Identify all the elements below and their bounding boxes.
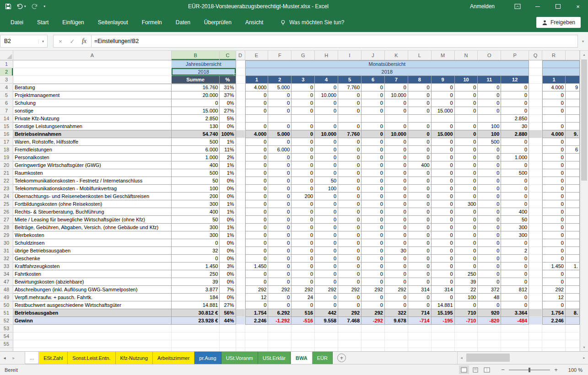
- undo-dropdown-icon[interactable]: ▾: [24, 5, 26, 8]
- cell-pct-row-30[interactable]: 0%: [220, 239, 236, 247]
- cell-spacer-d-row-16[interactable]: [236, 130, 245, 138]
- cell-empty[interactable]: [478, 340, 501, 348]
- cell-label-row-20[interactable]: Geringwertige Wirtschaftsgüter (GWG): [13, 161, 172, 169]
- cell-month-8-row-49[interactable]: 0: [408, 294, 432, 301]
- cell-month-6-row-28[interactable]: 0: [361, 224, 385, 231]
- cell-month-11-row-49[interactable]: 48: [478, 294, 501, 301]
- cell-month-1-row-24[interactable]: 0: [245, 193, 269, 200]
- cell-empty[interactable]: [385, 348, 408, 351]
- cell-month-4-row-34[interactable]: 0: [315, 270, 338, 278]
- cell-partial-row-48[interactable]: [566, 286, 580, 294]
- cell-month-9-row-17[interactable]: 0: [432, 138, 455, 146]
- cell-partial-row-25[interactable]: [566, 200, 580, 208]
- cell-month-7-row-29[interactable]: 0: [385, 231, 408, 239]
- row-header-32[interactable]: 32: [0, 255, 13, 262]
- cell-month-4-row-31[interactable]: 0: [315, 247, 338, 255]
- cell-month-8-row-23[interactable]: 0: [408, 185, 432, 193]
- cell-month-7-row-34[interactable]: 0: [385, 270, 408, 278]
- cell-month-7-row-15[interactable]: 0: [385, 123, 408, 130]
- cell-empty[interactable]: [236, 332, 245, 340]
- cell-month-7-row-50[interactable]: 0: [385, 301, 408, 309]
- cell-month-8-row-14[interactable]: [408, 115, 432, 123]
- cell-label-row-52[interactable]: Gewinn: [13, 317, 172, 325]
- cell-empty[interactable]: [361, 332, 385, 340]
- cell-month-8-row-32[interactable]: 0: [408, 255, 432, 262]
- sheet-tab-Sonst.Leist.Entn.[interactable]: Sonst.Leist.Entn.: [68, 352, 115, 364]
- cell-label-row-32[interactable]: Geschenke: [13, 255, 172, 262]
- cell-spacer-q-row-14[interactable]: [529, 115, 542, 123]
- cell-month-10-row-5[interactable]: 0: [455, 91, 478, 99]
- cell-label-row-25[interactable]: Fortbildungskosten (ohne Reisekosten): [13, 200, 172, 208]
- cell-empty[interactable]: [501, 332, 529, 340]
- cell-month-6-row-19[interactable]: 0: [361, 154, 385, 161]
- cell-empty[interactable]: [455, 325, 478, 332]
- cell-partial-row-34[interactable]: [566, 270, 580, 278]
- formula-bar-expand-icon[interactable]: ▾: [578, 39, 588, 43]
- cell-month-10-row-32[interactable]: 0: [455, 255, 478, 262]
- cell-spacer-d-row-27[interactable]: [236, 216, 245, 224]
- cell-summe-row-24[interactable]: 200: [172, 193, 220, 200]
- cell-month-3-row-26[interactable]: 0: [291, 208, 315, 216]
- cell-summe-row-5[interactable]: 20.000: [172, 91, 220, 99]
- cell-month-2-row-28[interactable]: 0: [268, 224, 291, 231]
- scroll-down-icon[interactable]: ▾: [580, 343, 588, 351]
- cell-month-4-row-14[interactable]: [315, 115, 338, 123]
- cell-empty[interactable]: [338, 325, 361, 332]
- cell-pct-row-33[interactable]: 3%: [220, 262, 236, 270]
- cell-D1[interactable]: [236, 60, 245, 68]
- cell-r-row-32[interactable]: 0: [542, 255, 566, 262]
- cell-month-11-row-25[interactable]: 0: [478, 200, 501, 208]
- cell-partial-row-15[interactable]: [566, 123, 580, 130]
- row-header-3[interactable]: 3: [0, 76, 13, 84]
- cell-month-4-row-4[interactable]: 0: [315, 84, 338, 91]
- cell-month-5-row-19[interactable]: 0: [338, 154, 361, 161]
- cell-month-5-row-22[interactable]: 0: [338, 177, 361, 185]
- cell-pct-row-34[interactable]: 0%: [220, 270, 236, 278]
- cell-month-5-row-23[interactable]: 0: [338, 185, 361, 193]
- cell-pct-row-18[interactable]: 11%: [220, 146, 236, 154]
- cell-month-1-row-14[interactable]: [245, 115, 269, 123]
- cell-empty[interactable]: [236, 340, 245, 348]
- cell-pct-row-17[interactable]: 1%: [220, 138, 236, 146]
- row-header-6[interactable]: 6: [0, 99, 13, 107]
- cell-month-4-row-51[interactable]: 442: [315, 309, 338, 317]
- month-year-cell[interactable]: 2018: [245, 68, 529, 76]
- cell-month-10-row-33[interactable]: 0: [455, 262, 478, 270]
- cell-spacer-q-row-28[interactable]: [529, 224, 542, 231]
- cell-Q1[interactable]: [529, 60, 542, 68]
- summe-header[interactable]: Summe: [172, 76, 220, 84]
- column-header-P[interactable]: P: [501, 51, 529, 60]
- cell-month-6-row-25[interactable]: 0: [361, 200, 385, 208]
- cell-month-2-row-26[interactable]: 0: [268, 208, 291, 216]
- cell-spacer-d-row-52[interactable]: [236, 317, 245, 325]
- row-header-16[interactable]: 16: [0, 130, 13, 138]
- cell-summe-row-51[interactable]: 30.812 €: [172, 309, 220, 317]
- cell-spacer-d-row-50[interactable]: [236, 301, 245, 309]
- cell-r-row-14[interactable]: [542, 115, 566, 123]
- cell-spacer-d-row-24[interactable]: [236, 193, 245, 200]
- cell-month-2-row-16[interactable]: 5.000: [268, 130, 291, 138]
- cell-month-11-row-28[interactable]: 0: [478, 224, 501, 231]
- cell-r-row-50[interactable]: 0: [542, 301, 566, 309]
- cell-month-4-row-50[interactable]: 0: [315, 301, 338, 309]
- cell-spacer-d-row-19[interactable]: [236, 154, 245, 161]
- cell-month-10-row-4[interactable]: 0: [455, 84, 478, 91]
- cell-month-7-row-52[interactable]: 9.678: [385, 317, 408, 325]
- cell-month-1-row-29[interactable]: 0: [245, 231, 269, 239]
- sheet-tab-USt.Erklär[interactable]: USt.Erklär: [258, 352, 291, 364]
- cell-month-4-row-25[interactable]: 0: [315, 200, 338, 208]
- cell-month-7-row-48[interactable]: 292: [385, 286, 408, 294]
- cell-month-9-row-31[interactable]: 0: [432, 247, 455, 255]
- cell-month-10-row-6[interactable]: 0: [455, 99, 478, 107]
- month-number-header-7[interactable]: 7: [385, 76, 408, 84]
- cell-month-1-row-15[interactable]: 0: [245, 123, 269, 130]
- cell-month-11-row-34[interactable]: 0: [478, 270, 501, 278]
- cell-month-3-row-19[interactable]: 0: [291, 154, 315, 161]
- cell-summe-row-32[interactable]: 0: [172, 255, 220, 262]
- cell-pct-row-31[interactable]: 0%: [220, 247, 236, 255]
- cell-month-8-row-31[interactable]: 0: [408, 247, 432, 255]
- select-all-corner[interactable]: [0, 51, 13, 60]
- cell-partial-row-29[interactable]: [566, 231, 580, 239]
- cell-month-12-row-5[interactable]: 0: [501, 91, 529, 99]
- month-number-header-3[interactable]: 3: [291, 76, 315, 84]
